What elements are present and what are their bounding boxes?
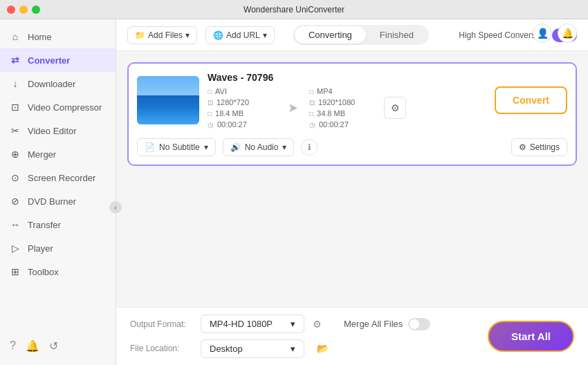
sidebar-item-video-editor[interactable]: ✂ Video Editor — [0, 119, 116, 142]
format-icon: □ — [208, 88, 212, 95]
sidebar-item-screen-recorder[interactable]: ⊙ Screen Recorder — [0, 166, 116, 189]
file-location-row: File Location: Desktop ▾ 📂 — [130, 339, 430, 358]
file-location-value: Desktop — [210, 344, 243, 354]
video-editor-icon: ✂ — [10, 125, 21, 136]
add-url-icon: 🌐 — [213, 30, 223, 40]
add-files-icon: 📁 — [135, 30, 145, 40]
main-content: 📁 Add Files ▾ 🌐 Add URL ▾ Converting Fin… — [116, 19, 588, 365]
source-resolution-value: 1280*720 — [217, 98, 249, 106]
window-controls[interactable] — [7, 6, 40, 14]
source-format: □ AVI — [208, 87, 277, 95]
add-url-button[interactable]: 🌐 Add URL ▾ — [205, 26, 275, 44]
duration-icon: ◷ — [208, 121, 214, 129]
merger-icon: ⊕ — [10, 149, 21, 160]
output-format-value: MP4-HD 1080P — [210, 319, 273, 329]
sidebar-label-converter: Converter — [28, 55, 70, 66]
file-name: Waves - 70796 — [208, 72, 486, 83]
audio-icon: 🔊 — [230, 142, 241, 152]
screen-recorder-icon: ⊙ — [10, 172, 21, 183]
topbar-left: 📁 Add Files ▾ 🌐 Add URL ▾ — [127, 26, 275, 44]
target-size-icon: □ — [309, 110, 313, 118]
source-size: □ 18.4 MB — [208, 109, 277, 118]
convert-arrow-icon: ➤ — [282, 100, 304, 115]
target-resolution-icon: ⊡ — [309, 99, 315, 106]
add-url-label: Add URL — [226, 30, 260, 40]
file-info: Waves - 70796 □ AVI ⊡ 1280*720 — [208, 72, 486, 129]
sidebar-label-player: Player — [28, 243, 53, 254]
output-format-select[interactable]: MP4-HD 1080P ▾ — [201, 315, 304, 333]
maximize-button[interactable] — [32, 6, 40, 14]
file-thumbnail — [137, 76, 199, 124]
file-location-select[interactable]: Desktop ▾ — [201, 339, 304, 358]
add-files-label: Add Files — [148, 30, 183, 40]
audio-label: No Audio — [245, 142, 279, 152]
tab-finished[interactable]: Finished — [366, 26, 428, 44]
start-all-button[interactable]: Start All — [488, 321, 574, 352]
notifications-button[interactable]: 🔔 — [558, 24, 577, 43]
target-size-value: 34.8 MB — [317, 109, 345, 118]
format-chevron: ▾ — [291, 319, 295, 329]
source-meta: □ AVI ⊡ 1280*720 □ 18.4 MB — [208, 87, 277, 129]
audio-dropdown[interactable]: 🔊 No Audio ▾ — [223, 138, 295, 156]
user-profile-button[interactable]: 👤 — [533, 24, 552, 43]
target-format: □ MP4 — [309, 87, 378, 95]
subtitle-dropdown[interactable]: 📄 No Subtitle ▾ — [137, 138, 216, 156]
subtitle-label: No Subtitle — [159, 142, 200, 152]
target-resolution-value: 1920*1080 — [318, 98, 355, 106]
settings-button[interactable]: ⚙ Settings — [511, 138, 567, 156]
minimize-button[interactable] — [19, 6, 28, 14]
edit-output-button[interactable]: ⚙ — [384, 97, 406, 119]
sidebar-item-converter[interactable]: ⇄ Converter — [0, 48, 116, 72]
transfer-icon: ↔ — [10, 219, 21, 230]
sidebar-item-merger[interactable]: ⊕ Merger — [0, 142, 116, 166]
sidebar-item-video-compressor[interactable]: ⊡ Video Compressor — [0, 95, 116, 119]
file-meta-row: □ AVI ⊡ 1280*720 □ 18.4 MB — [208, 87, 486, 129]
add-files-button[interactable]: 📁 Add Files ▾ — [127, 26, 197, 44]
video-compressor-icon: ⊡ — [10, 102, 21, 113]
content-area: Waves - 70796 □ AVI ⊡ 1280*720 — [116, 51, 588, 307]
info-button[interactable]: ℹ — [301, 139, 318, 156]
audio-chevron: ▾ — [282, 142, 286, 152]
sidebar-item-toolbox[interactable]: ⊞ Toolbox — [0, 260, 116, 283]
merge-toggle-knob — [410, 319, 419, 329]
app-title: Wondershare UniConverter — [244, 5, 344, 15]
target-format-icon: □ — [309, 88, 313, 95]
sidebar-label-dvd-burner: DVD Burner — [28, 196, 76, 207]
file-card-top: Waves - 70796 □ AVI ⊡ 1280*720 — [137, 72, 567, 129]
sidebar-item-dvd-burner[interactable]: ⊘ DVD Burner ‹ — [0, 189, 116, 213]
bottom-bar: Output Format: MP4-HD 1080P ▾ ⚙ Merge Al… — [116, 307, 588, 365]
sidebar-label-transfer: Transfer — [28, 220, 61, 230]
sidebar-collapse-button[interactable]: ‹ — [109, 201, 122, 214]
sidebar-item-player[interactable]: ▷ Player — [0, 236, 116, 260]
sidebar-footer: ? 🔔 ↺ — [0, 333, 116, 359]
target-duration: ◷ 00:00:27 — [309, 120, 378, 129]
bottom-left: Output Format: MP4-HD 1080P ▾ ⚙ Merge Al… — [130, 315, 430, 358]
sidebar-item-downloader[interactable]: ↓ Downloader — [0, 72, 116, 95]
source-size-value: 18.4 MB — [215, 109, 244, 118]
home-icon: ⌂ — [10, 31, 21, 42]
sidebar-label-home: Home — [28, 32, 52, 42]
dvd-burner-icon: ⊘ — [10, 196, 21, 207]
help-icon[interactable]: ? — [10, 339, 16, 353]
format-settings-icon[interactable]: ⚙ — [313, 319, 322, 330]
sidebar-item-transfer[interactable]: ↔ Transfer — [0, 213, 116, 236]
thumbnail-waves — [137, 95, 199, 124]
sidebar-label-screen-recorder: Screen Recorder — [28, 173, 95, 183]
open-folder-button[interactable]: 📂 — [313, 339, 332, 358]
thumbnail-sky — [137, 76, 199, 98]
merge-label: Merge All Files — [344, 319, 403, 329]
resolution-icon: ⊡ — [208, 99, 213, 106]
sidebar-label-video-editor: Video Editor — [28, 126, 77, 136]
sidebar-item-home[interactable]: ⌂ Home — [0, 25, 116, 48]
target-duration-icon: ◷ — [309, 121, 315, 129]
target-format-value: MP4 — [317, 87, 333, 95]
source-format-value: AVI — [215, 87, 227, 95]
notification-icon[interactable]: 🔔 — [26, 339, 39, 353]
subtitle-chevron: ▾ — [204, 142, 208, 152]
close-button[interactable] — [7, 6, 15, 14]
size-icon: □ — [208, 110, 212, 118]
feedback-icon[interactable]: ↺ — [49, 339, 58, 353]
convert-button[interactable]: Convert — [495, 86, 567, 114]
tab-converting[interactable]: Converting — [295, 26, 366, 44]
merge-toggle[interactable] — [408, 318, 430, 330]
